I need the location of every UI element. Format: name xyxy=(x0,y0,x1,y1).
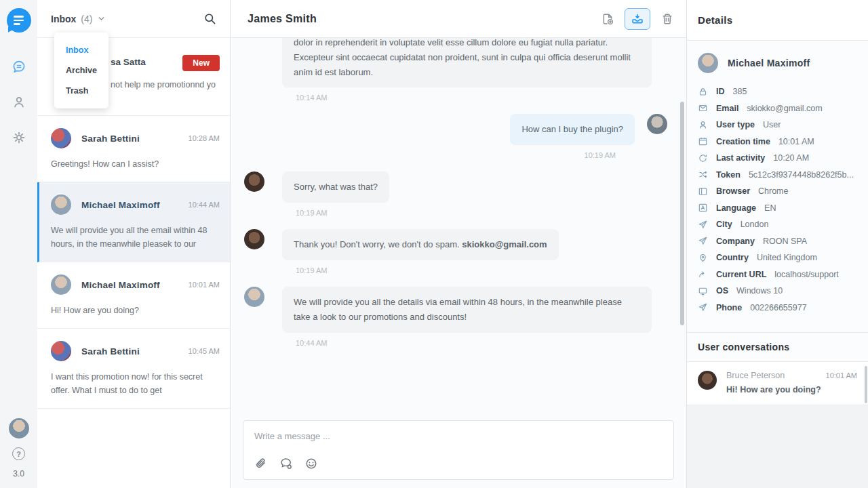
monitor-icon xyxy=(698,286,708,296)
app-window: ? 3.0 Inbox (4) sa Satta New not help me… xyxy=(0,0,868,488)
user-profile: Michael Maximoff xyxy=(687,41,868,82)
conversation-item[interactable]: Sarah Bettini 10:45 AM I want this promo… xyxy=(37,329,230,409)
conversation-time: 10:45 AM xyxy=(189,347,220,355)
message-input-placeholder: Write a message ... xyxy=(254,431,663,441)
field-row: Emailskiokko@gmail.com xyxy=(698,100,859,117)
search-icon[interactable] xyxy=(203,12,216,25)
conversation-list-panel: Inbox (4) sa Satta New not help me promo… xyxy=(37,0,231,488)
emoji-icon[interactable] xyxy=(304,457,318,470)
send-icon xyxy=(698,302,708,312)
canned-response-icon[interactable] xyxy=(279,457,293,470)
field-row: Token5c12c3f9374448b8262f5b... xyxy=(698,167,859,184)
field-row: CountryUnited Kingdom xyxy=(698,249,859,266)
email-text: skiokko@gmail.com xyxy=(462,239,547,249)
field-row: Creation time10:01 AM xyxy=(698,134,859,150)
details-panel: Details Michael Maximoff ID385 Emailskio… xyxy=(687,0,868,488)
location-pin-icon xyxy=(698,253,708,263)
send-icon xyxy=(698,220,708,230)
field-row: CompanyROON SPA xyxy=(698,233,859,250)
field-row: ID385 xyxy=(698,83,859,100)
nav-rail: ? 3.0 xyxy=(0,0,37,488)
avatar xyxy=(51,274,71,295)
note-add-icon[interactable] xyxy=(601,12,614,26)
app-version: 3.0 xyxy=(13,469,24,479)
message-bubble: How can I buy the plugin? xyxy=(510,114,635,145)
chevron-down-icon xyxy=(97,14,106,23)
field-row: CityLondon xyxy=(698,216,859,233)
menu-item-archive[interactable]: Archive xyxy=(54,60,108,81)
menu-item-trash[interactable]: Trash xyxy=(54,81,108,101)
message-time: 10:19 AM xyxy=(296,266,667,274)
field-row: BrowserChrome xyxy=(698,183,859,200)
conversation-preview: not help me promotionnd yo xyxy=(111,80,216,89)
chat-header: James Smith xyxy=(231,0,686,38)
profile-name: Michael Maximoff xyxy=(728,58,810,68)
message-bubble: We will provide you all the details via … xyxy=(282,287,652,333)
avatar xyxy=(698,371,717,390)
archive-icon xyxy=(631,12,644,26)
message-time: 10:19 AM xyxy=(244,151,616,159)
conversation-item-selected[interactable]: Michael Maximoff 10:44 AM We will provid… xyxy=(37,182,230,262)
conversation-preview: Greetings! How can I assist? xyxy=(51,157,220,171)
conversation-name: Michael Maximoff xyxy=(81,280,178,290)
avatar xyxy=(244,171,264,192)
users-icon[interactable] xyxy=(12,95,26,113)
avatar xyxy=(244,229,264,249)
menu-item-inbox[interactable]: Inbox xyxy=(54,40,108,60)
user-conversation-time: 10:01 AM xyxy=(826,371,857,380)
user-conversation-preview: Hi! How are you doing? xyxy=(726,385,857,394)
inbox-filter-dropdown-trigger[interactable]: Inbox (4) xyxy=(51,14,106,24)
shuffle-icon xyxy=(698,169,708,180)
message-received: Thank you! Don't worry, we don't do spam… xyxy=(244,229,667,260)
help-icon[interactable]: ? xyxy=(12,447,25,460)
field-row: Phone002266655977 xyxy=(698,300,859,317)
message-time: 10:14 AM xyxy=(296,94,667,102)
settings-gear-icon[interactable] xyxy=(12,130,26,148)
refresh-icon xyxy=(698,153,708,163)
browser-icon xyxy=(698,186,708,197)
message-received: Sorry, what was that? xyxy=(244,171,667,203)
language-icon xyxy=(698,203,708,213)
conversation-time: 10:28 AM xyxy=(189,134,220,142)
message-list[interactable]: dolor in reprehenderit in voluptate veli… xyxy=(231,38,686,415)
chat-scrollbar[interactable] xyxy=(680,102,684,325)
conversation-item[interactable]: Michael Maximoff 10:01 AM Hi! How are yo… xyxy=(37,262,230,329)
conversation-name: Sarah Bettini xyxy=(81,346,178,357)
conversation-item[interactable]: Sarah Bettini 10:28 AM Greetings! How ca… xyxy=(37,116,230,182)
message-time: 10:19 AM xyxy=(296,209,667,217)
details-filler xyxy=(687,405,868,488)
avatar xyxy=(51,128,71,148)
message-received: We will provide you all the details via … xyxy=(244,287,667,333)
conversation-preview: I want this promotion now! for this secr… xyxy=(51,370,220,397)
chat-bubble-icon[interactable] xyxy=(12,60,26,77)
current-user-avatar[interactable] xyxy=(9,418,29,439)
user-conversations-title: User conversations xyxy=(687,332,868,362)
conversation-time: 10:01 AM xyxy=(189,281,220,289)
conversation-name: Sarah Bettini xyxy=(81,134,178,144)
trash-icon[interactable] xyxy=(660,12,674,26)
avatar xyxy=(51,341,71,361)
user-conversation-name: Bruce Peterson xyxy=(726,371,785,380)
send-icon xyxy=(698,236,708,246)
message-bubble: Thank you! Don't worry, we don't do spam… xyxy=(282,229,559,260)
avatar xyxy=(647,114,667,134)
user-conversation-item[interactable]: Bruce Peterson 10:01 AM Hi! How are you … xyxy=(687,362,868,405)
field-row: Last activity10:20 AM xyxy=(698,150,859,167)
envelope-icon xyxy=(698,103,708,113)
calendar-icon xyxy=(698,136,708,146)
inbox-filter-label: Inbox xyxy=(51,14,76,24)
conversation-preview: We will provide you all the email within… xyxy=(51,224,220,251)
field-row: Current URLlocalhost/support xyxy=(698,266,859,283)
details-scrollbar[interactable] xyxy=(865,366,867,403)
lock-icon xyxy=(698,87,708,97)
message-input[interactable]: Write a message ... xyxy=(243,420,674,480)
attachment-icon[interactable] xyxy=(254,457,268,470)
inbox-count: (4) xyxy=(81,14,92,24)
conversation-name: sa Satta xyxy=(111,57,146,67)
message-time: 10:44 AM xyxy=(296,339,667,347)
message-bubble: dolor in reprehenderit in voluptate veli… xyxy=(282,38,652,87)
archive-button[interactable] xyxy=(625,8,650,30)
app-logo[interactable] xyxy=(7,8,31,33)
message-sent: How can I buy the plugin? xyxy=(244,114,667,145)
field-row: OSWindows 10 xyxy=(698,283,859,300)
